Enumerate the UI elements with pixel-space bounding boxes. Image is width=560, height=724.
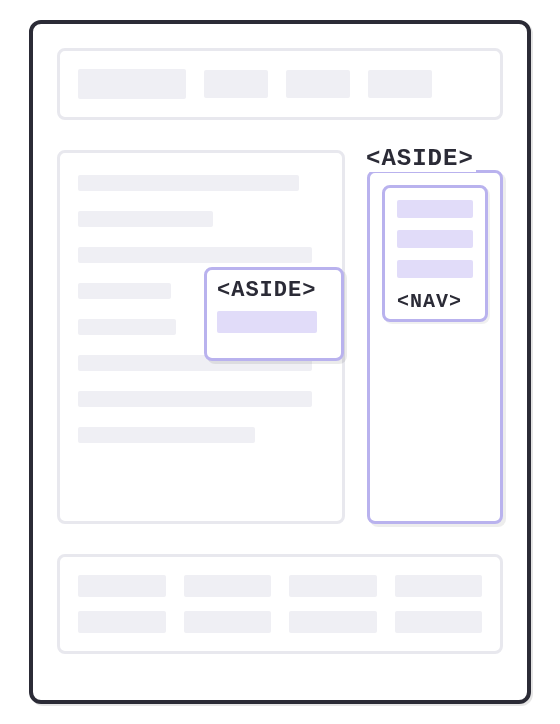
text-line-placeholder (78, 427, 255, 443)
footer-cell-placeholder (78, 611, 166, 633)
nav-region: <NAV> (382, 185, 488, 322)
footer-region (57, 554, 503, 654)
nav-item-placeholder (397, 200, 473, 218)
footer-cell-placeholder (78, 575, 166, 597)
header-item-placeholder (368, 70, 432, 98)
text-line-placeholder (78, 391, 312, 407)
nav-item-placeholder (397, 230, 473, 248)
page-frame: <ASIDE> <ASIDE> <NAV> (29, 20, 531, 704)
text-line-placeholder (78, 247, 312, 263)
text-line-placeholder (78, 211, 213, 227)
nav-item-placeholder (397, 260, 473, 278)
text-line-placeholder (78, 175, 299, 191)
footer-row (78, 611, 482, 633)
footer-cell-placeholder (184, 611, 272, 633)
aside-content-placeholder (217, 311, 317, 333)
footer-cell-placeholder (395, 575, 483, 597)
middle-row: <ASIDE> <ASIDE> <NAV> (57, 150, 503, 524)
footer-cell-placeholder (184, 575, 272, 597)
footer-cell-placeholder (289, 575, 377, 597)
text-line-placeholder (78, 319, 176, 335)
sidebar-aside-region: <ASIDE> <NAV> (367, 170, 503, 524)
text-line-placeholder (78, 283, 171, 299)
footer-row (78, 575, 482, 597)
aside-tag-label: <ASIDE> (364, 145, 476, 172)
aside-tag-label: <ASIDE> (217, 278, 331, 303)
footer-cell-placeholder (395, 611, 483, 633)
nav-tag-label: <NAV> (397, 290, 473, 313)
header-logo-placeholder (78, 69, 186, 99)
footer-cell-placeholder (289, 611, 377, 633)
inline-aside-region: <ASIDE> (204, 267, 344, 361)
main-region: <ASIDE> (57, 150, 345, 524)
header-region (57, 48, 503, 120)
header-item-placeholder (286, 70, 350, 98)
header-item-placeholder (204, 70, 268, 98)
